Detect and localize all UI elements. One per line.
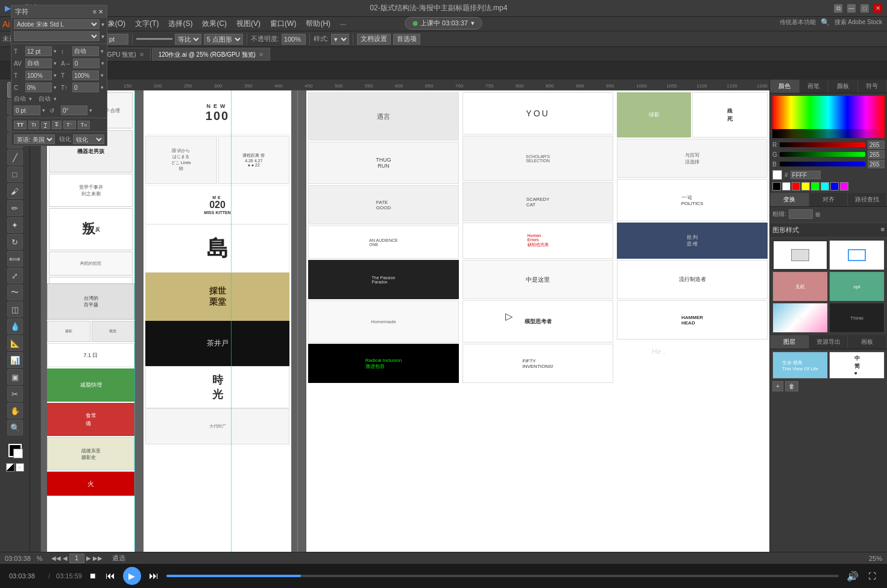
normal-mode[interactable]	[6, 463, 14, 472]
export-tab[interactable]: 资源导出	[809, 335, 848, 349]
h-scale-input[interactable]	[25, 71, 52, 80]
font-style-select[interactable]	[14, 31, 99, 41]
style-thumb-6[interactable]: Thinki	[829, 303, 885, 333]
nav-next[interactable]: ▶	[86, 555, 91, 561]
menu-text[interactable]: 文字(T)	[131, 17, 163, 30]
style-thumb-3[interactable]: 见机	[772, 271, 828, 302]
symbol-tab[interactable]: 符号	[858, 80, 888, 93]
t-align-btn[interactable]: T=	[78, 121, 90, 129]
minimize-btn[interactable]: —	[847, 4, 856, 13]
warp-tool[interactable]: 〜	[7, 285, 23, 300]
tr-btn[interactable]: Tr	[28, 121, 39, 129]
baseline-shift-input[interactable]	[72, 83, 99, 92]
tab-1-close[interactable]: ✕	[139, 51, 144, 58]
prev-btn[interactable]: ⏮	[104, 571, 117, 581]
style-thumb-2[interactable]	[829, 240, 885, 270]
opacity-input[interactable]	[282, 34, 306, 45]
nav-first[interactable]: ◀◀	[51, 555, 61, 561]
play-btn[interactable]: ▶	[123, 567, 141, 585]
stop-btn[interactable]: ■	[88, 571, 98, 581]
progress-bar[interactable]	[166, 575, 839, 577]
language-select[interactable]: 英语: 美国	[14, 134, 55, 144]
mirror-tool[interactable]: ⟺	[7, 251, 23, 267]
font-dropdown[interactable]: ▾	[101, 21, 104, 28]
r-value[interactable]	[868, 141, 885, 149]
delete-layer-btn[interactable]: 🗑	[785, 381, 798, 391]
blob-tool[interactable]: ✦	[7, 217, 23, 233]
zoom-tool[interactable]: 🔍	[7, 420, 23, 435]
h-scale-arrow[interactable]: ▾	[54, 72, 57, 78]
eyedropper-tool[interactable]: 💧	[7, 318, 23, 334]
preferences-btn[interactable]: 首选项	[393, 34, 420, 45]
auto-arrow[interactable]: ▾	[29, 96, 32, 102]
t-strike-btn[interactable]: T̶	[52, 121, 62, 129]
next-btn[interactable]: ⏭	[147, 571, 160, 581]
swatch-yellow[interactable]	[801, 182, 810, 191]
r-slider[interactable]	[780, 142, 865, 147]
t-sup-btn[interactable]: T⁻	[63, 121, 76, 129]
menu-view[interactable]: 视图(V)	[232, 17, 265, 30]
b-slider[interactable]	[780, 162, 865, 166]
page-input[interactable]	[69, 554, 84, 563]
rotation-input[interactable]	[61, 106, 87, 115]
auto-arrow2[interactable]: ▾	[54, 96, 57, 102]
tab-2-close[interactable]: ✕	[259, 51, 264, 58]
swatch-cyan[interactable]	[821, 182, 829, 191]
font-name-select[interactable]: Adobe 宋体 Std L	[14, 19, 99, 29]
baseline-shift-arrow[interactable]: ▾	[101, 84, 104, 90]
menu-more[interactable]: ···	[336, 19, 350, 30]
style-thumb-5[interactable]: ·	[772, 303, 828, 333]
paintbrush-tool[interactable]: 🖌	[7, 183, 23, 199]
style-select[interactable]: ▾	[331, 34, 349, 45]
char-panel-menu[interactable]: ≡	[93, 8, 96, 15]
v-scale-input[interactable]	[72, 71, 99, 80]
scale-tool[interactable]: ⤢	[7, 268, 23, 283]
swatch-blue[interactable]	[830, 182, 839, 191]
pencil-tool[interactable]: ✏	[7, 200, 23, 216]
rotation-arrow[interactable]: ▾	[89, 107, 92, 113]
v-scale-arrow[interactable]: ▾	[101, 72, 104, 78]
g-slider[interactable]	[780, 152, 865, 157]
fill-mode-select[interactable]: 等比	[175, 34, 201, 45]
board-tab[interactable]: 画板	[848, 335, 887, 349]
gradient-tool[interactable]: ◫	[7, 302, 23, 317]
swatch-white[interactable]	[782, 182, 791, 191]
none-mode[interactable]: ⊘	[16, 463, 24, 472]
doc-settings-btn[interactable]: 文档设置	[357, 34, 391, 45]
char-panel-title[interactable]: 字符 ≡ ✕	[11, 5, 107, 18]
artboard-tool[interactable]: ▣	[7, 369, 23, 385]
font-style-dropdown[interactable]: ▾	[101, 33, 104, 40]
swatch-black[interactable]	[772, 182, 781, 191]
volume-btn[interactable]: 🔊	[845, 571, 860, 582]
maximize-btn[interactable]: □	[860, 4, 869, 13]
swatch-tab[interactable]: 颜板	[829, 80, 858, 93]
style-thumb-4[interactable]: opt	[829, 271, 885, 302]
leading-input[interactable]	[72, 46, 99, 56]
slice-tool[interactable]: ✂	[7, 386, 23, 402]
leading-arrow[interactable]: ▾	[101, 48, 104, 54]
nav-prev[interactable]: ◀	[63, 555, 68, 561]
points-select[interactable]: 5 点图形	[204, 34, 243, 45]
tab-2[interactable]: 120作业.ai @ 25% (RGB/GPU 预览) ✕	[152, 48, 270, 61]
pathfinder-tab[interactable]: 路径查找	[848, 193, 887, 206]
align-tab[interactable]: 对齐	[809, 193, 848, 206]
close-btn[interactable]: ✕	[874, 4, 882, 13]
menu-window[interactable]: 窗口(W)	[266, 17, 300, 30]
shape-style-menu[interactable]: ≡	[881, 226, 885, 233]
spacing-before-arrow[interactable]: ▾	[42, 107, 45, 113]
swatch-red[interactable]	[792, 182, 800, 191]
line-tool[interactable]: ╱	[7, 150, 23, 165]
tracking-arrow[interactable]: ▾	[101, 60, 104, 66]
search-icon[interactable]: 🔍	[821, 18, 830, 27]
style-thumb-1[interactable]	[772, 240, 828, 270]
t-under-btn[interactable]: T̲	[41, 121, 50, 129]
color-tab[interactable]: 颜色	[770, 80, 800, 93]
layer-tab[interactable]: 图层	[770, 335, 809, 349]
menu-help[interactable]: 帮助(H)	[301, 17, 335, 30]
tt-btn[interactable]: TT	[14, 121, 27, 129]
menu-effect[interactable]: 效果(C)	[198, 17, 231, 30]
baseline-arrow[interactable]: ▾	[54, 84, 57, 90]
spacing-before-input[interactable]	[14, 106, 40, 115]
g-value[interactable]	[868, 150, 885, 159]
font-size-input[interactable]	[25, 46, 52, 56]
